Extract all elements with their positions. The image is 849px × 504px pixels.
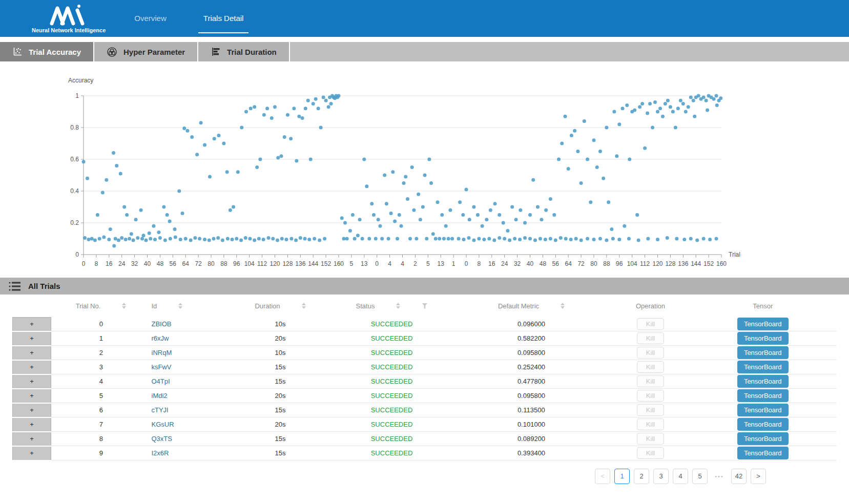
tensorboard-button[interactable]: TensorBoard <box>737 447 789 459</box>
scatter-point <box>458 200 462 204</box>
scatter-point <box>617 122 621 126</box>
kill-button[interactable]: Kill <box>637 347 664 359</box>
scatter-point <box>675 237 678 241</box>
scatter-point <box>195 153 199 156</box>
scatter-point <box>289 137 293 140</box>
kill-button[interactable]: Kill <box>637 390 664 402</box>
expand-row-button[interactable]: + <box>13 374 51 389</box>
scatter-point <box>476 213 480 217</box>
scatter-point <box>377 218 380 221</box>
scatter-point <box>374 237 378 241</box>
scatter-point <box>592 138 596 142</box>
nni-logo[interactable]: Neural Network Intelligence <box>32 4 106 33</box>
scatter-point <box>358 218 362 221</box>
tensorboard-button[interactable]: TensorBoard <box>737 375 789 388</box>
tensorboard-button[interactable]: TensorBoard <box>737 318 789 330</box>
scatter-point <box>697 94 700 98</box>
y-tick-label: 0.8 <box>70 124 79 131</box>
tab-overview[interactable]: Overview <box>129 12 172 33</box>
tab-hyper-parameter[interactable]: Hyper Parameter <box>94 42 198 61</box>
scatter-point <box>212 237 215 241</box>
page-button-1[interactable]: 1 <box>614 469 630 484</box>
trial-id-cell: I2x6R <box>151 446 228 460</box>
scatter-point <box>235 237 238 241</box>
kill-button[interactable]: Kill <box>637 361 664 373</box>
kill-button[interactable]: Kill <box>637 447 664 459</box>
scatter-point <box>319 126 323 130</box>
expand-row-button[interactable]: + <box>13 403 51 417</box>
default-metric-cell: 0.252400 <box>451 360 612 374</box>
scatter-point <box>283 135 286 139</box>
tensorboard-button[interactable]: TensorBoard <box>737 404 789 416</box>
column-tensor-label: Tensor <box>753 302 773 310</box>
kill-button[interactable]: Kill <box>637 404 664 416</box>
expand-row-button[interactable]: + <box>13 432 51 446</box>
x-tick-label: 80 <box>208 260 215 267</box>
kill-button[interactable]: Kill <box>637 332 664 344</box>
x-tick-label: 13 <box>438 260 445 267</box>
default-metric-cell: 0.582200 <box>451 331 612 346</box>
tab-trial-duration[interactable]: Trial Duration <box>198 42 290 61</box>
tensorboard-button[interactable]: TensorBoard <box>737 418 789 431</box>
tensorboard-button[interactable]: TensorBoard <box>737 361 789 373</box>
accuracy-scatter-chart[interactable]: Accuracy00.20.40.60.81081624324048566472… <box>0 61 849 272</box>
scatter-point <box>417 193 420 196</box>
sort-icon[interactable] <box>561 303 565 309</box>
page-button-5[interactable]: 5 <box>692 469 708 484</box>
sort-icon[interactable] <box>302 303 306 309</box>
scatter-point <box>423 174 427 177</box>
tensorboard-button[interactable]: TensorBoard <box>737 389 789 402</box>
chart-x-axis-title: Trial <box>729 251 740 258</box>
tensorboard-button[interactable]: TensorBoard <box>737 346 789 359</box>
expand-row-button[interactable]: + <box>13 446 51 460</box>
scatter-point <box>540 218 543 221</box>
next-page-button[interactable]: > <box>751 469 766 484</box>
scatter-point <box>280 237 284 241</box>
page-button-2[interactable]: 2 <box>634 469 649 484</box>
expand-column-header <box>13 295 51 317</box>
scatter-point <box>182 127 186 130</box>
status-badge: SUCCEEDED <box>333 374 451 389</box>
page-ellipsis[interactable]: ••• <box>712 469 727 484</box>
scatter-point <box>598 150 602 153</box>
duration-cell: 10s <box>228 317 333 331</box>
x-tick-label: 13 <box>361 260 368 267</box>
scatter-point <box>666 99 670 102</box>
scatter-point <box>236 170 240 174</box>
scatter-point <box>559 236 563 240</box>
expand-row-button[interactable]: + <box>13 389 51 403</box>
scatter-point <box>189 239 193 242</box>
duration-cell: 15s <box>228 374 333 389</box>
prev-page-button[interactable]: < <box>595 469 610 484</box>
scatter-point <box>203 143 206 147</box>
sort-icon[interactable] <box>178 303 182 309</box>
tensorboard-button[interactable]: TensorBoard <box>737 432 789 445</box>
scatter-point <box>702 237 706 241</box>
page-button-4[interactable]: 4 <box>673 469 688 484</box>
tab-trials-detail[interactable]: Trials Detail <box>198 12 249 33</box>
kill-button[interactable]: Kill <box>637 418 664 430</box>
expand-row-button[interactable]: + <box>13 331 51 346</box>
scatter-point <box>719 96 722 100</box>
scatter-point <box>255 165 259 169</box>
expand-row-button[interactable]: + <box>13 317 51 331</box>
page-button-3[interactable]: 3 <box>653 469 669 484</box>
scatter-point <box>468 218 471 221</box>
chart-y-axis-title: Accuracy <box>68 77 93 84</box>
scatter-point <box>419 218 422 221</box>
sort-icon[interactable] <box>396 303 400 309</box>
kill-button[interactable]: Kill <box>637 318 664 330</box>
tensorboard-button[interactable]: TensorBoard <box>737 332 789 345</box>
kill-button[interactable]: Kill <box>637 433 664 445</box>
sort-icon[interactable] <box>122 303 126 309</box>
x-tick-label: 1 <box>452 260 455 267</box>
tab-trial-accuracy[interactable]: Trial Accuracy <box>0 42 94 61</box>
page-button-42[interactable]: 42 <box>731 469 747 484</box>
kill-button[interactable]: Kill <box>637 375 664 387</box>
expand-row-button[interactable]: + <box>13 360 51 374</box>
expand-row-button[interactable]: + <box>13 346 51 360</box>
scatter-point <box>492 239 496 242</box>
expand-row-button[interactable]: + <box>13 417 51 432</box>
scatter-point <box>240 126 243 130</box>
filter-icon[interactable] <box>422 303 427 309</box>
